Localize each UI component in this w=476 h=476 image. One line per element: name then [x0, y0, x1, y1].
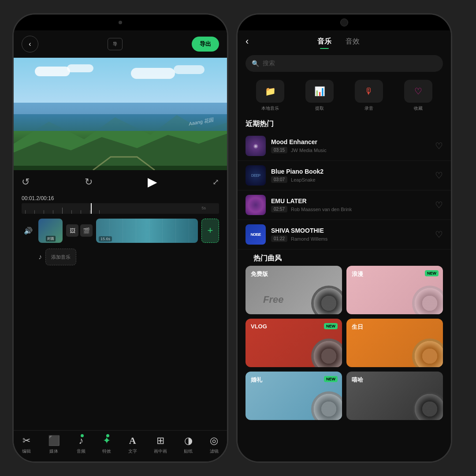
- music-list: ◉ Mood Enhancer 03:15 JW Media Music ♡: [238, 131, 451, 249]
- scene-icon[interactable]: 🖼: [66, 224, 78, 237]
- blue-piano-info: Blue Piano Book2 03:07 LeapSnake: [271, 168, 430, 183]
- genre-card-vlog[interactable]: VLOG NEW: [245, 319, 342, 367]
- music-item-shiva-smoothie[interactable]: NOISE SHIVA SMOOTHIE 01:22 Ramond Willem…: [238, 220, 451, 249]
- vinyl-romance: [412, 286, 443, 314]
- redo-button[interactable]: ↻: [85, 176, 93, 188]
- video-clip-strip[interactable]: 15.6s: [96, 219, 198, 243]
- vinyl-wedding: [311, 391, 342, 420]
- genre-romance-label: 浪漫: [352, 270, 363, 278]
- playhead: [91, 203, 92, 214]
- blue-piano-title: Blue Piano Book2: [271, 168, 430, 175]
- category-local-music[interactable]: 📁 本地音乐: [256, 80, 284, 112]
- toolbar-filter[interactable]: ◎ 滤镜: [210, 435, 219, 454]
- extract-label: 提取: [315, 105, 324, 112]
- toolbar-edit[interactable]: ✂ 编辑: [22, 435, 31, 454]
- genre-card-birthday[interactable]: 生日: [346, 319, 443, 367]
- text-label: 文字: [128, 448, 137, 454]
- emu-later-heart[interactable]: ♡: [435, 200, 443, 210]
- media-label: 媒体: [49, 448, 58, 454]
- emu-later-artist: Rob Maassen van den Brink: [291, 207, 352, 212]
- media-icon: ⬛: [48, 435, 60, 446]
- category-extract[interactable]: 📊 提取: [305, 80, 334, 112]
- toolbar-sticker[interactable]: ◑ 贴纸: [184, 435, 193, 454]
- pip-label: 画中画: [154, 448, 167, 454]
- edit-icon: ✂: [22, 435, 30, 446]
- toolbar-text[interactable]: A 文字: [128, 435, 137, 454]
- scroll-content[interactable]: 近期热门 ◉ Mood Enhancer 03:15: [238, 115, 451, 461]
- toolbar-audio[interactable]: ♪ 音频: [77, 435, 86, 454]
- left-topbar: ‹ 导 导出: [14, 30, 227, 58]
- right-tabs: 音乐 音效: [254, 37, 423, 46]
- extract-icon: 📊: [314, 86, 325, 97]
- emu-later-title: EMU LATER: [271, 197, 430, 205]
- vinyl-free: [311, 286, 342, 314]
- export-button[interactable]: 导出: [192, 37, 219, 52]
- ruler-5s-label: 5s: [201, 206, 206, 210]
- time-display: 00:01.2/00:16: [14, 193, 227, 203]
- music-item-blue-piano[interactable]: DEEP Blue Piano Book2 03:07 LeapSnake ♡: [238, 161, 451, 190]
- right-notch: [238, 15, 451, 30]
- vlog-new-badge: NEW: [324, 323, 338, 329]
- emu-later-duration: 02:57: [271, 206, 287, 212]
- toolbar-media[interactable]: ⬛ 媒体: [48, 435, 60, 454]
- add-clip-button[interactable]: +: [201, 219, 219, 243]
- blue-piano-thumb: DEEP: [245, 165, 266, 186]
- toolbar-pip[interactable]: ⊞ 画中画: [154, 435, 167, 454]
- play-button[interactable]: ▶: [148, 175, 157, 189]
- mood-enhancer-thumb: ◉: [245, 136, 266, 156]
- genre-card-wedding[interactable]: 婚礼 NEW: [245, 372, 342, 420]
- category-record[interactable]: 🎙 录音: [355, 80, 383, 112]
- mood-enhancer-info: Mood Enhancer 03:15 JW Media Music: [271, 138, 430, 153]
- toolbar-effects[interactable]: ✦ 特效: [102, 435, 111, 454]
- search-input[interactable]: 搜索: [263, 60, 275, 67]
- total-time: 00:16: [41, 195, 54, 201]
- emu-later-thumb: [245, 195, 266, 215]
- music-item-emu-later[interactable]: EMU LATER 02:57 Rob Maassen van den Brin…: [238, 190, 451, 220]
- record-icon: 🎙: [364, 86, 373, 97]
- mood-enhancer-heart[interactable]: ♡: [435, 141, 443, 151]
- video-preview: Aaang 花园: [14, 58, 227, 170]
- tab-effects[interactable]: 音效: [346, 37, 360, 46]
- category-favorites[interactable]: ♡ 收藏: [404, 80, 432, 112]
- blue-piano-heart[interactable]: ♡: [435, 170, 443, 181]
- edit-label: 编辑: [22, 448, 31, 454]
- vinyl-vlog: [311, 338, 342, 367]
- genre-card-hiphop[interactable]: 嘻哈: [346, 372, 443, 420]
- genre-free-label: 免费版: [251, 270, 268, 278]
- mood-enhancer-title: Mood Enhancer: [271, 138, 430, 145]
- filter-label: 滤镜: [210, 448, 219, 454]
- shiva-smoothie-heart[interactable]: ♡: [435, 229, 443, 240]
- music-note-icon: ♪: [38, 253, 42, 261]
- music-item-mood-enhancer[interactable]: ◉ Mood Enhancer 03:15 JW Media Music ♡: [238, 131, 451, 161]
- genre-wedding-label: 婚礼: [251, 376, 262, 384]
- right-back-button[interactable]: ‹: [245, 36, 249, 47]
- free-text-decoration: Free: [263, 294, 283, 305]
- pip-icon: ⊞: [156, 435, 164, 446]
- genres-section: 热门曲风 免费版 Free: [238, 249, 451, 424]
- undo-button[interactable]: ↺: [22, 176, 30, 188]
- fullscreen-button[interactable]: ⤢: [212, 177, 219, 187]
- add-audio-button[interactable]: 添加音乐: [45, 249, 76, 265]
- genre-vlog-label: VLOG: [251, 323, 267, 330]
- track-cover-thumbnail[interactable]: 封面: [38, 219, 63, 243]
- shiva-smoothie-artist: Ramond Willems: [291, 236, 327, 242]
- audio-label: 音频: [77, 448, 86, 454]
- icon-small-button[interactable]: 导: [108, 38, 123, 50]
- search-icon: 🔍: [252, 60, 259, 67]
- emu-later-info: EMU LATER 02:57 Rob Maassen van den Brin…: [271, 197, 430, 212]
- shiva-smoothie-title: SHIVA SMOOTHIE: [271, 227, 430, 234]
- genre-card-romance[interactable]: 浪漫 NEW: [346, 266, 443, 314]
- main-video-track: 🔊 封面 🖼 🎬: [22, 217, 219, 244]
- controls-area: ↺ ↻ ▶ ⤢: [14, 170, 227, 193]
- favorites-label: 收藏: [414, 105, 423, 112]
- shiva-smoothie-info: SHIVA SMOOTHIE 01:22 Ramond Willems: [271, 227, 430, 242]
- genre-card-free[interactable]: 免费版 Free: [245, 266, 342, 314]
- back-button[interactable]: ‹: [22, 36, 38, 52]
- vinyl-hiphop: [412, 391, 443, 420]
- tab-music[interactable]: 音乐: [317, 37, 331, 46]
- film-icon[interactable]: 🎬: [80, 224, 93, 237]
- icon-label: 导: [113, 41, 117, 47]
- camera-icon: [340, 19, 348, 26]
- volume-icon[interactable]: 🔊: [24, 227, 33, 235]
- search-bar[interactable]: 🔍 搜索: [245, 55, 443, 72]
